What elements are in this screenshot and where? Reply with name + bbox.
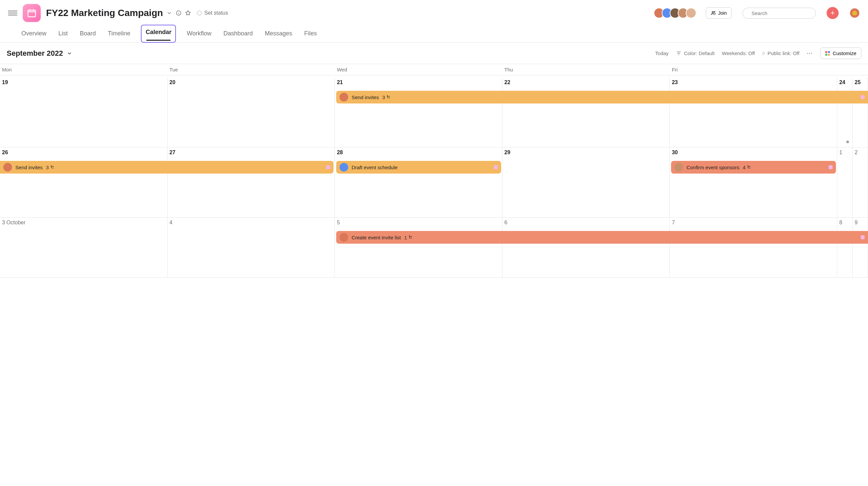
calendar-day[interactable]: 20: [167, 77, 335, 147]
day-number: 30: [672, 150, 835, 156]
color-filter[interactable]: Color: Default: [676, 51, 715, 56]
calendar-day[interactable]: 19: [0, 77, 167, 147]
day-number: 9: [855, 220, 866, 226]
svg-point-3: [714, 11, 715, 12]
calendar-day[interactable]: 5: [335, 218, 502, 278]
tab-workflow[interactable]: Workflow: [185, 25, 213, 42]
customize-label: Customize: [833, 51, 856, 56]
today-label: Today: [655, 51, 669, 56]
member-avatars[interactable]: [654, 8, 696, 19]
task-tag-square: [861, 235, 865, 239]
weekends-toggle[interactable]: Weekends: Off: [722, 51, 755, 56]
svg-point-11: [747, 165, 748, 166]
calendar-day[interactable]: 30: [670, 148, 837, 217]
filter-icon: [676, 51, 681, 56]
calendar-day[interactable]: 27: [167, 148, 335, 217]
tab-messages[interactable]: Messages: [264, 25, 293, 42]
day-number: 24: [839, 79, 850, 86]
calendar-day[interactable]: 23: [670, 77, 837, 147]
info-icon[interactable]: [176, 10, 182, 16]
month-picker[interactable]: September 2022: [7, 49, 72, 58]
calendar-day[interactable]: 9: [852, 218, 868, 278]
calendar-day[interactable]: 3 October: [0, 218, 167, 278]
subtask-count: 3: [382, 94, 391, 100]
svg-rect-0: [28, 10, 36, 17]
tab-files[interactable]: Files: [303, 25, 318, 42]
svg-point-16: [411, 236, 412, 237]
overflow-indicator[interactable]: [846, 140, 849, 143]
subtask-count: 1: [404, 235, 413, 240]
calendar-day[interactable]: 26: [0, 148, 167, 217]
set-status-button[interactable]: Set status: [197, 10, 228, 16]
circle-icon: [762, 52, 765, 55]
svg-point-12: [749, 168, 750, 168]
tab-list[interactable]: List: [57, 25, 69, 42]
tab-board[interactable]: Board: [79, 25, 97, 42]
task-tag-square: [861, 95, 865, 99]
calendar-day[interactable]: 21: [335, 77, 502, 147]
svg-point-13: [749, 166, 750, 167]
view-tabs: OverviewListBoardTimelineCalendarWorkflo…: [0, 25, 868, 43]
svg-point-10: [53, 166, 54, 167]
task-label: Send invites: [351, 94, 379, 100]
calendar-week: 262728293012Send invites3Draft event sch…: [0, 148, 868, 218]
people-icon: [711, 10, 716, 16]
today-button[interactable]: Today: [655, 51, 669, 56]
public-link-label: Public link: Off: [768, 51, 800, 56]
calendar-week: 19202122232425Send invites3: [0, 77, 868, 148]
search-input[interactable]: [751, 10, 815, 17]
calendar-day[interactable]: 2: [852, 148, 868, 217]
calendar-day[interactable]: 24: [837, 77, 852, 147]
project-title: FY22 Marketing Campaign: [46, 8, 163, 19]
task-assignee-avatar: [674, 163, 683, 171]
task-tag-square: [326, 165, 330, 169]
day-number: 19: [2, 79, 165, 86]
svg-point-15: [411, 238, 412, 238]
tab-timeline[interactable]: Timeline: [106, 25, 131, 42]
member-avatar[interactable]: [686, 8, 696, 19]
svg-point-2: [712, 11, 713, 13]
calendar-task[interactable]: Draft event schedule: [336, 161, 501, 173]
join-button[interactable]: Join: [706, 7, 732, 19]
svg-point-5: [387, 95, 388, 96]
day-number: 21: [337, 79, 500, 86]
calendar-day[interactable]: 4: [167, 218, 335, 278]
subtask-count: 4: [743, 165, 751, 170]
calendar-day[interactable]: 6: [502, 218, 670, 278]
add-button[interactable]: +: [827, 7, 839, 19]
public-link-toggle[interactable]: Public link: Off: [762, 51, 800, 56]
tab-dashboard[interactable]: Dashboard: [222, 25, 254, 42]
calendar-day[interactable]: 8: [837, 218, 852, 278]
day-number: 5: [337, 220, 500, 226]
calendar-task[interactable]: Create event invite list1: [336, 231, 868, 244]
set-status-label: Set status: [204, 10, 228, 16]
chevron-down-icon[interactable]: [166, 10, 172, 16]
calendar-task[interactable]: Send invites3: [0, 161, 334, 173]
color-label: Color: Default: [684, 51, 715, 56]
calendar-day[interactable]: 1: [837, 148, 852, 217]
day-number: 23: [672, 79, 835, 86]
tab-overview[interactable]: Overview: [20, 25, 48, 42]
calendar-task[interactable]: Send invites3: [336, 91, 868, 103]
current-user-avatar[interactable]: 🙂: [849, 8, 860, 19]
calendar-day[interactable]: 29: [502, 148, 670, 217]
tab-calendar[interactable]: Calendar: [141, 25, 176, 43]
more-options[interactable]: ···: [807, 51, 813, 56]
plus-icon: +: [831, 9, 835, 18]
subtask-icon: [747, 165, 751, 169]
dow-label: Thu: [502, 64, 670, 75]
task-tag-square: [494, 165, 498, 169]
customize-button[interactable]: Customize: [820, 47, 861, 59]
day-number: 1: [839, 150, 850, 156]
calendar-day[interactable]: 7: [670, 218, 837, 278]
star-icon[interactable]: [185, 10, 191, 16]
svg-point-14: [409, 235, 410, 236]
calendar-day[interactable]: 22: [502, 77, 670, 147]
calendar-day[interactable]: 25: [852, 77, 868, 147]
search-input-wrap[interactable]: [742, 8, 816, 19]
calendar-day[interactable]: 28: [335, 148, 502, 217]
project-icon[interactable]: [23, 4, 41, 22]
subtask-icon: [408, 235, 413, 240]
calendar-task[interactable]: Confirm event sponsors4: [671, 161, 836, 173]
hamburger-menu-icon[interactable]: [8, 8, 18, 18]
